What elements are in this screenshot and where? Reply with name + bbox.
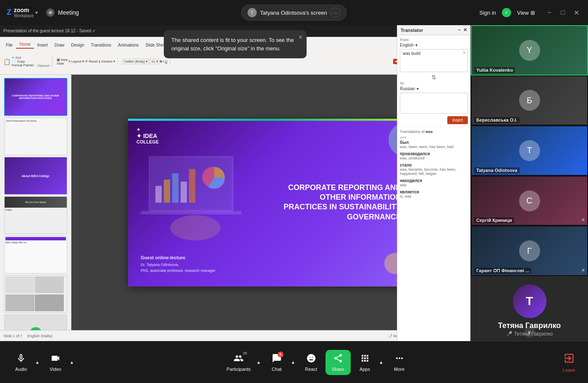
- sign-in-button[interactable]: Sign in: [479, 10, 496, 16]
- share-icon: [333, 353, 343, 365]
- more-label: More: [394, 367, 404, 372]
- screen-share-avatar: T: [247, 8, 257, 17]
- title-bar: Z zoom Workplace ▾ Meeting T Tatyana Odi…: [0, 0, 588, 25]
- translator-input-box[interactable]: was build ✕: [400, 49, 468, 72]
- translator-clear-button[interactable]: ✕: [462, 50, 466, 55]
- audio-icon: [16, 353, 26, 365]
- translator-close-button[interactable]: ✕: [463, 27, 467, 33]
- svg-rect-9: [141, 211, 242, 214]
- translator-insert-button[interactable]: Insert: [447, 116, 468, 124]
- participant-name-2: Береславська О.І.: [474, 117, 520, 123]
- translator-header: Translator − ✕: [397, 25, 470, 35]
- video-chevron-button[interactable]: ▲: [68, 358, 76, 366]
- slide-thumb-1[interactable]: CORPORATE REPORTING AND OTHER INFORMATIO…: [4, 78, 67, 116]
- react-button[interactable]: React: [299, 351, 324, 374]
- video-icon: [50, 353, 60, 365]
- participant-mic-muted-icon-5: 🎤: [580, 269, 585, 274]
- paste-btn[interactable]: 📋: [3, 58, 10, 65]
- slide-thumbnails: 1 CORPORATE REPORTING AND OTHER INFORMAT…: [0, 75, 71, 330]
- minimize-button[interactable]: −: [544, 8, 554, 18]
- apps-chevron-button[interactable]: ▲: [378, 358, 385, 366]
- audio-label: Audio: [15, 367, 27, 372]
- app-dropdown-button[interactable]: ▾: [35, 10, 38, 16]
- translator-entry-3: стало was, became, become, has been, hap…: [400, 163, 468, 176]
- translator-from-lang[interactable]: English: [400, 43, 414, 47]
- leave-button[interactable]: Leave: [559, 350, 580, 375]
- reset-btn[interactable]: ↺ Reset: [85, 60, 97, 63]
- view-button[interactable]: View ⊞: [517, 10, 535, 16]
- participants-button[interactable]: 28 Participants: [222, 351, 255, 374]
- bold-btn[interactable]: B: [160, 60, 163, 63]
- translator-from-chevron[interactable]: ▾: [415, 43, 417, 47]
- layout-btn[interactable]: ≡ Layout ▾: [68, 60, 84, 63]
- ppt-tab-transitions[interactable]: Transitions: [87, 42, 115, 49]
- more-icon: [394, 353, 404, 365]
- slide-presenter-name: Dr. Tatyana Odintsova,: [141, 262, 215, 268]
- participant-name-5: Гарант ОП Фінансові ...: [474, 268, 531, 274]
- react-icon: [306, 353, 316, 365]
- slide-thumb-6[interactable]: [4, 275, 67, 313]
- participant-mic-muted-icon-4: 🎤: [580, 219, 585, 223]
- ppt-tab-file[interactable]: File: [3, 42, 16, 49]
- slide-thumb-4[interactable]: We Are from Malta images: [4, 196, 67, 234]
- ppt-language: English (Malta): [27, 334, 52, 338]
- chat-label: Chat: [272, 367, 281, 372]
- share-button[interactable]: Share: [326, 350, 351, 375]
- ppt-container: Presentation of the guest lecture 18.12 …: [0, 25, 470, 341]
- translator-minimize-button[interactable]: −: [458, 27, 461, 33]
- maximize-button[interactable]: □: [558, 8, 568, 18]
- translator-swap-button[interactable]: ⇅: [400, 74, 468, 81]
- chat-button[interactable]: 1 Chat: [264, 351, 289, 374]
- participants-chevron-button[interactable]: ▲: [255, 358, 262, 366]
- ppt-tab-draw[interactable]: Draw: [51, 42, 68, 49]
- chat-icon: 1: [272, 353, 282, 365]
- slide-thumb-5[interactable]: IDEA College Offer Int...: [4, 236, 67, 274]
- toolbar-left-group: Audio ▲ Video ▲: [8, 351, 76, 374]
- more-button[interactable]: More: [387, 351, 412, 374]
- font-selector[interactable]: Callibri (Body) ▾: [122, 59, 149, 64]
- translator-to-lang[interactable]: Russian: [400, 86, 415, 91]
- audio-chevron-button[interactable]: ▲: [34, 358, 41, 366]
- slide-thumb-7[interactable]: ✓: [4, 315, 67, 330]
- translator-entry-2: производился was, produced: [400, 151, 468, 160]
- meeting-label: Meeting: [58, 9, 79, 16]
- svg-rect-4: [164, 180, 170, 203]
- ppt-filename: Presentation of the guest lecture 18.12 …: [3, 29, 96, 33]
- ppt-tab-animations[interactable]: Animations: [115, 42, 142, 49]
- participant-name-4: Сергій Криниця: [474, 217, 514, 223]
- scroll-down-button[interactable]: ∨: [524, 327, 535, 338]
- translations-word: was: [425, 130, 433, 134]
- slide-thumb-2[interactable]: Oral Presentation Structure: [4, 117, 67, 155]
- translator-panel: Translator − ✕ From English ▾ w: [397, 25, 470, 341]
- ppt-tab-design[interactable]: Design: [68, 42, 87, 49]
- app-name: zoom: [14, 7, 34, 13]
- video-button[interactable]: Video: [43, 351, 68, 374]
- logo-college: COLLEGE: [136, 139, 159, 145]
- slide-presenter-title: PhD, associate professor, research manag…: [141, 268, 215, 274]
- translator-from-label: From: [400, 38, 468, 42]
- translator-divider: [400, 127, 468, 127]
- ppt-tab-home[interactable]: Home: [16, 41, 34, 49]
- italic-btn[interactable]: I: [163, 60, 164, 63]
- meeting-button[interactable]: Meeting: [46, 8, 79, 17]
- screen-share-more-button[interactable]: ···: [331, 8, 341, 18]
- section-btn[interactable]: § Section ▾: [98, 60, 115, 63]
- big-participant-mic-icon: 🎤: [506, 331, 512, 337]
- translations-of-label: Translations of: [400, 130, 425, 134]
- translator-to-chevron[interactable]: ▾: [417, 86, 419, 91]
- slide-thumb-3[interactable]: About IDEA College: [4, 157, 67, 195]
- new-slide-btn[interactable]: ▦ NewSlide: [57, 58, 68, 65]
- slide-visual-area: [136, 152, 258, 257]
- participant-video-5: Г Гарант ОП Фінансові ... 🎤: [471, 226, 588, 276]
- logo-idea: ✦ IDEA: [136, 133, 159, 140]
- audio-button[interactable]: Audio: [8, 351, 34, 374]
- close-button[interactable]: ✕: [571, 8, 581, 18]
- slide-guest-label: Guest online-lecture: [141, 254, 215, 262]
- window-controls: − □ ✕: [544, 8, 581, 18]
- font-size[interactable]: 11 ▾: [150, 59, 159, 64]
- tooltip-close-button[interactable]: ×: [299, 34, 302, 41]
- chat-chevron-button[interactable]: ▲: [289, 358, 297, 366]
- apps-button[interactable]: Apps: [352, 351, 378, 374]
- ppt-tab-insert[interactable]: Insert: [34, 42, 51, 49]
- underline-btn[interactable]: U: [165, 60, 168, 63]
